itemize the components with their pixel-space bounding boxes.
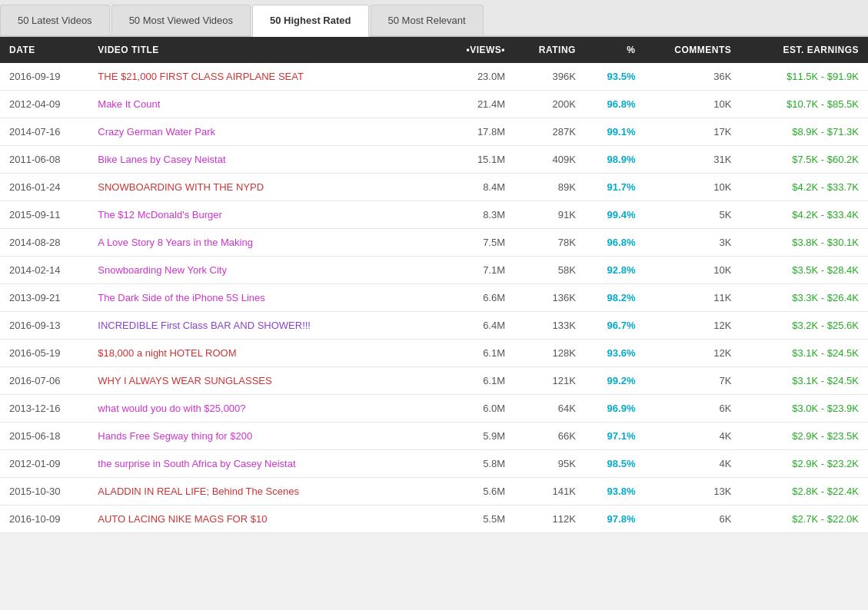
- cell-pct: 97.8%: [585, 506, 645, 533]
- cell-earnings: $4.2K - $33.7K: [740, 174, 868, 201]
- cell-date: 2014-02-14: [0, 257, 88, 284]
- cell-pct: 96.8%: [585, 229, 645, 257]
- cell-comments: 4K: [644, 450, 740, 478]
- cell-pct: 99.1%: [585, 118, 645, 146]
- cell-title[interactable]: THE $21,000 FIRST CLASS AIRPLANE SEAT: [88, 63, 441, 91]
- cell-date: 2015-06-18: [0, 423, 88, 450]
- table-row: 2016-09-13INCREDIBLE First Class BAR AND…: [0, 312, 868, 340]
- cell-title[interactable]: the surprise in South Africa by Casey Ne…: [88, 450, 441, 478]
- cell-title[interactable]: A Love Story 8 Years in the Making: [88, 229, 441, 257]
- table-row: 2011-06-08Bike Lanes by Casey Neistat15.…: [0, 146, 868, 174]
- cell-comments: 5K: [644, 201, 740, 229]
- table-body: 2016-09-19THE $21,000 FIRST CLASS AIRPLA…: [0, 63, 868, 533]
- table-row: 2014-08-28A Love Story 8 Years in the Ma…: [0, 229, 868, 257]
- cell-pct: 96.7%: [585, 312, 645, 340]
- cell-title[interactable]: SNOWBOARDING WITH THE NYPD: [88, 174, 441, 201]
- cell-title[interactable]: Hands Free Segway thing for $200: [88, 423, 441, 450]
- cell-rating: 66K: [514, 423, 585, 450]
- cell-pct: 98.9%: [585, 146, 645, 174]
- cell-views: 6.1M: [441, 340, 514, 367]
- col-header-comments[interactable]: COMMENTS: [644, 37, 740, 63]
- cell-rating: 91K: [514, 201, 585, 229]
- cell-pct: 93.6%: [585, 340, 645, 367]
- cell-earnings: $2.7K - $22.0K: [740, 506, 868, 533]
- cell-rating: 58K: [514, 257, 585, 284]
- cell-date: 2011-06-08: [0, 146, 88, 174]
- cell-title[interactable]: Crazy German Water Park: [88, 118, 441, 146]
- cell-date: 2016-07-06: [0, 367, 88, 395]
- cell-views: 8.4M: [441, 174, 514, 201]
- cell-rating: 396K: [514, 63, 585, 91]
- table-row: 2015-09-11The $12 McDonald's Burger8.3M9…: [0, 201, 868, 229]
- tab-most-relevant[interactable]: 50 Most Relevant: [371, 5, 484, 35]
- col-header-rating[interactable]: RATING: [514, 37, 585, 63]
- cell-title[interactable]: Make It Count: [88, 91, 441, 118]
- cell-rating: 200K: [514, 91, 585, 118]
- cell-rating: 95K: [514, 450, 585, 478]
- cell-date: 2012-04-09: [0, 91, 88, 118]
- col-header-earnings[interactable]: EST. EARNINGS: [740, 37, 868, 63]
- cell-views: 23.0M: [441, 63, 514, 91]
- tab-highest-rated[interactable]: 50 Highest Rated: [252, 5, 368, 37]
- col-header-views[interactable]: •VIEWS•: [441, 37, 514, 63]
- cell-date: 2016-09-13: [0, 312, 88, 340]
- cell-rating: 409K: [514, 146, 585, 174]
- cell-pct: 92.8%: [585, 257, 645, 284]
- cell-views: 8.3M: [441, 201, 514, 229]
- tab-most-viewed[interactable]: 50 Most Viewed Videos: [111, 5, 251, 35]
- table-row: 2014-02-14Snowboarding New York City7.1M…: [0, 257, 868, 284]
- table-row: 2012-04-09Make It Count21.4M200K96.8%10K…: [0, 91, 868, 118]
- cell-title[interactable]: The $12 McDonald's Burger: [88, 201, 441, 229]
- cell-title[interactable]: INCREDIBLE First Class BAR AND SHOWER!!!: [88, 312, 441, 340]
- cell-rating: 89K: [514, 174, 585, 201]
- cell-comments: 31K: [644, 146, 740, 174]
- cell-pct: 98.2%: [585, 284, 645, 312]
- cell-views: 5.6M: [441, 478, 514, 506]
- cell-date: 2014-08-28: [0, 229, 88, 257]
- col-header-title[interactable]: VIDEO TITLE: [88, 37, 441, 63]
- cell-title[interactable]: AUTO LACING NIKE MAGS FOR $10: [88, 506, 441, 533]
- table-row: 2015-10-30ALADDIN IN REAL LIFE; Behind T…: [0, 478, 868, 506]
- tab-latest[interactable]: 50 Latest Videos: [0, 5, 110, 35]
- cell-rating: 112K: [514, 506, 585, 533]
- cell-date: 2015-10-30: [0, 478, 88, 506]
- cell-title[interactable]: Bike Lanes by Casey Neistat: [88, 146, 441, 174]
- cell-comments: 13K: [644, 478, 740, 506]
- table-row: 2012-01-09the surprise in South Africa b…: [0, 450, 868, 478]
- cell-views: 6.4M: [441, 312, 514, 340]
- cell-pct: 99.2%: [585, 367, 645, 395]
- cell-earnings: $8.9K - $71.3K: [740, 118, 868, 146]
- cell-title[interactable]: $18,000 a night HOTEL ROOM: [88, 340, 441, 367]
- cell-earnings: $10.7K - $85.5K: [740, 91, 868, 118]
- table-row: 2016-10-09AUTO LACING NIKE MAGS FOR $105…: [0, 506, 868, 533]
- cell-rating: 136K: [514, 284, 585, 312]
- cell-comments: 6K: [644, 395, 740, 423]
- col-header-date[interactable]: DATE: [0, 37, 88, 63]
- cell-views: 17.8M: [441, 118, 514, 146]
- cell-rating: 78K: [514, 229, 585, 257]
- cell-comments: 12K: [644, 312, 740, 340]
- cell-title[interactable]: what would you do with $25,000?: [88, 395, 441, 423]
- cell-rating: 121K: [514, 367, 585, 395]
- table-row: 2015-06-18Hands Free Segway thing for $2…: [0, 423, 868, 450]
- videos-table: DATE VIDEO TITLE •VIEWS• RATING % COMMEN…: [0, 37, 868, 533]
- cell-comments: 7K: [644, 367, 740, 395]
- cell-comments: 17K: [644, 118, 740, 146]
- table-header-row: DATE VIDEO TITLE •VIEWS• RATING % COMMEN…: [0, 37, 868, 63]
- cell-title[interactable]: The Dark Side of the iPhone 5S Lines: [88, 284, 441, 312]
- cell-comments: 12K: [644, 340, 740, 367]
- cell-earnings: $3.1K - $24.5K: [740, 340, 868, 367]
- cell-comments: 4K: [644, 423, 740, 450]
- cell-title[interactable]: Snowboarding New York City: [88, 257, 441, 284]
- cell-earnings: $3.3K - $26.4K: [740, 284, 868, 312]
- cell-title[interactable]: ALADDIN IN REAL LIFE; Behind The Scenes: [88, 478, 441, 506]
- col-header-pct[interactable]: %: [585, 37, 645, 63]
- table-container: DATE VIDEO TITLE •VIEWS• RATING % COMMEN…: [0, 37, 868, 533]
- cell-comments: 11K: [644, 284, 740, 312]
- cell-pct: 93.8%: [585, 478, 645, 506]
- cell-title[interactable]: WHY I ALWAYS WEAR SUNGLASSES: [88, 367, 441, 395]
- cell-earnings: $3.1K - $24.5K: [740, 367, 868, 395]
- cell-rating: 141K: [514, 478, 585, 506]
- cell-earnings: $3.2K - $25.6K: [740, 312, 868, 340]
- cell-date: 2016-10-09: [0, 506, 88, 533]
